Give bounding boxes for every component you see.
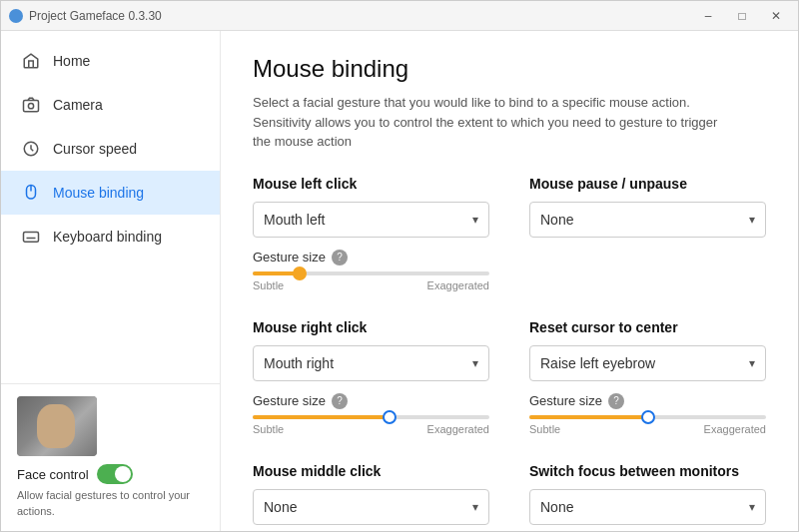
dropdown-value-switch-focus: None <box>540 499 573 515</box>
label-exaggerated-reset: Exaggerated <box>704 423 766 435</box>
face-control-toggle[interactable] <box>97 464 133 484</box>
sidebar-label-mouse-binding: Mouse binding <box>53 185 144 201</box>
label-subtle-right: Subtle <box>253 423 284 435</box>
sidebar-nav: Home Camera <box>1 31 220 383</box>
chevron-down-icon-pause: ▾ <box>749 213 755 227</box>
titlebar-left: Project Gameface 0.3.30 <box>9 9 162 23</box>
sidebar-bottom: Face control Allow facial gestures to co… <box>1 383 220 531</box>
section-reset-cursor: Reset cursor to center Raise left eyebro… <box>529 319 766 435</box>
page-description: Select a facial gesture that you would l… <box>253 93 732 152</box>
label-subtle-left: Subtle <box>253 279 284 291</box>
slider-track-reset[interactable] <box>529 415 766 419</box>
help-icon-reset[interactable]: ? <box>608 393 624 409</box>
titlebar-controls: – □ ✕ <box>694 5 790 27</box>
slider-fill-reset <box>529 415 648 419</box>
sidebar-item-camera[interactable]: Camera <box>1 83 220 127</box>
svg-rect-4 <box>24 233 39 243</box>
slider-track-left[interactable] <box>253 271 489 275</box>
dropdown-mouse-pause[interactable]: None ▾ <box>529 202 766 238</box>
gesture-size-label-left: Gesture size <box>253 250 326 265</box>
section-title-mouse-right: Mouse right click <box>253 319 489 335</box>
minimize-button[interactable]: – <box>694 5 722 27</box>
slider-labels-right: Subtle Exaggerated <box>253 423 489 435</box>
section-title-mouse-left: Mouse left click <box>253 176 489 192</box>
close-button[interactable]: ✕ <box>762 5 790 27</box>
dropdown-value-reset-cursor: Raise left eyebrow <box>540 355 655 371</box>
camera-preview <box>17 396 97 456</box>
page-title: Mouse binding <box>253 55 766 83</box>
help-icon-left[interactable]: ? <box>332 250 348 266</box>
keyboard-icon <box>21 227 41 247</box>
chevron-down-icon-switch: ▾ <box>749 500 755 514</box>
dropdown-value-mouse-pause: None <box>540 212 573 228</box>
svg-rect-0 <box>24 101 39 112</box>
home-icon <box>21 51 41 71</box>
bindings-grid: Mouse left click Mouth left ▾ Gesture si… <box>253 176 766 532</box>
slider-fill-right <box>253 415 390 419</box>
face-control-row: Face control <box>17 464 204 484</box>
sidebar-label-keyboard-binding: Keyboard binding <box>53 229 162 245</box>
dropdown-mouse-right[interactable]: Mouth right ▾ <box>253 345 489 381</box>
section-mouse-pause: Mouse pause / unpause None ▾ <box>529 176 766 291</box>
label-exaggerated-left: Exaggerated <box>427 279 489 291</box>
svg-point-1 <box>28 104 33 109</box>
sidebar-label-camera: Camera <box>53 97 103 113</box>
chevron-down-icon-right: ▾ <box>472 356 478 370</box>
sidebar-item-mouse-binding[interactable]: Mouse binding <box>1 171 220 215</box>
section-mouse-left-click: Mouse left click Mouth left ▾ Gesture si… <box>253 176 489 291</box>
titlebar: Project Gameface 0.3.30 – □ ✕ <box>1 1 798 31</box>
dropdown-value-mouse-right: Mouth right <box>264 355 334 371</box>
camera-preview-inner <box>17 396 97 456</box>
chevron-down-icon-reset: ▾ <box>749 356 755 370</box>
dropdown-value-mouse-middle: None <box>264 499 297 515</box>
section-mouse-right-click: Mouse right click Mouth right ▾ Gesture … <box>253 319 489 435</box>
face-control-description: Allow facial gestures to control your ac… <box>17 488 204 519</box>
section-title-switch-focus: Switch focus between monitors <box>529 463 766 479</box>
dropdown-mouse-left[interactable]: Mouth left ▾ <box>253 202 489 238</box>
maximize-button[interactable]: □ <box>728 5 756 27</box>
camera-icon <box>21 95 41 115</box>
section-title-mouse-middle: Mouse middle click <box>253 463 489 479</box>
slider-container-right <box>253 415 489 419</box>
gesture-size-label-reset: Gesture size <box>529 393 602 408</box>
chevron-down-icon: ▾ <box>472 213 478 227</box>
chevron-down-icon-middle: ▾ <box>472 500 478 514</box>
dropdown-value-mouse-left: Mouth left <box>264 212 325 228</box>
main-content: Mouse binding Select a facial gesture th… <box>221 31 798 531</box>
dropdown-reset-cursor[interactable]: Raise left eyebrow ▾ <box>529 345 766 381</box>
sidebar-item-home[interactable]: Home <box>1 39 220 83</box>
gesture-size-row-reset: Gesture size ? <box>529 393 766 409</box>
dropdown-mouse-middle[interactable]: None ▾ <box>253 489 489 525</box>
cursor-speed-icon <box>21 139 41 159</box>
slider-thumb-left[interactable] <box>293 266 307 280</box>
sidebar: Home Camera <box>1 31 221 531</box>
section-title-reset-cursor: Reset cursor to center <box>529 319 766 335</box>
mouse-binding-icon <box>21 183 41 203</box>
slider-thumb-right[interactable] <box>383 410 397 424</box>
section-mouse-middle: Mouse middle click None ▾ <box>253 463 489 525</box>
sidebar-label-home: Home <box>53 53 90 69</box>
slider-container-reset <box>529 415 766 419</box>
slider-labels-reset: Subtle Exaggerated <box>529 423 766 435</box>
app-icon <box>9 9 23 23</box>
sidebar-label-cursor-speed: Cursor speed <box>53 141 137 157</box>
gesture-size-label-right: Gesture size <box>253 393 326 408</box>
sidebar-item-keyboard-binding[interactable]: Keyboard binding <box>1 215 220 259</box>
label-exaggerated-right: Exaggerated <box>427 423 489 435</box>
slider-track-right[interactable] <box>253 415 489 419</box>
section-title-mouse-pause: Mouse pause / unpause <box>529 176 766 192</box>
label-subtle-reset: Subtle <box>529 423 560 435</box>
help-icon-right[interactable]: ? <box>332 393 348 409</box>
sidebar-item-cursor-speed[interactable]: Cursor speed <box>1 127 220 171</box>
face-shape <box>37 404 75 448</box>
slider-labels-left: Subtle Exaggerated <box>253 279 489 291</box>
slider-thumb-reset[interactable] <box>641 410 655 424</box>
dropdown-switch-focus[interactable]: None ▾ <box>529 489 766 525</box>
app-title: Project Gameface 0.3.30 <box>29 9 162 23</box>
slider-container-left <box>253 271 489 275</box>
section-switch-focus: Switch focus between monitors None ▾ <box>529 463 766 525</box>
gesture-size-row-left: Gesture size ? <box>253 250 489 266</box>
app-body: Home Camera <box>1 31 798 531</box>
face-control-label: Face control <box>17 467 89 482</box>
gesture-size-row-right: Gesture size ? <box>253 393 489 409</box>
